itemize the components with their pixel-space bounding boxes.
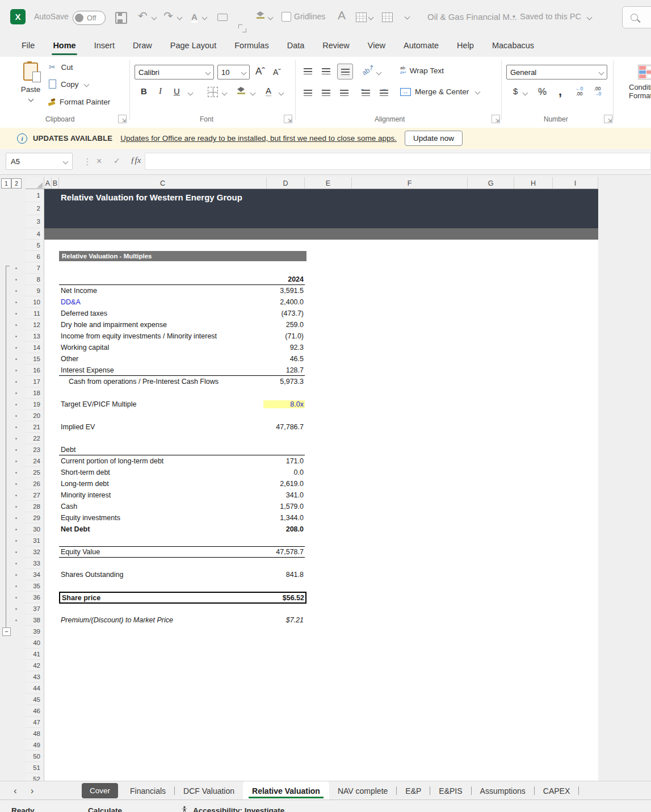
percent-button[interactable]: % [538,86,547,98]
ribbon-tab-draw[interactable]: Draw [124,35,161,56]
sheet-tab-assumptions[interactable]: Assumptions [472,781,534,800]
fill-color-dropdown-icon[interactable] [268,15,274,20]
row-header-16[interactable]: 16 [26,365,40,376]
row-header-14[interactable]: 14 [26,342,40,353]
ribbon-tab-formulas[interactable]: Formulas [225,35,278,56]
save-icon[interactable] [115,12,127,24]
shape-icon[interactable] [217,14,228,21]
row-header-13[interactable]: 13 [26,330,40,342]
row-header-47[interactable]: 47 [26,717,40,728]
column-header-F[interactable]: F [352,177,468,189]
ribbon-tab-file[interactable]: File [12,35,44,56]
row-header-46[interactable]: 46 [26,705,40,717]
ribbon-font-color-icon[interactable]: A [266,86,271,97]
fill-color-icon[interactable] [257,11,264,19]
increase-decimal-icon[interactable]: ←0.00 [576,86,583,97]
tab-scroll-left-icon[interactable]: ‹ [14,785,17,797]
gridlines-checkbox[interactable] [282,12,291,22]
column-header-A[interactable]: A [44,177,52,189]
underline-dropdown-icon[interactable] [188,90,194,96]
sheet-tab-relative-valuation[interactable]: Relative Valuation [243,781,329,800]
column-header-E[interactable]: E [305,177,352,189]
selection-icon[interactable] [238,24,246,32]
sheet-row-16[interactable]: Interest Expense128.7 [59,365,305,376]
row-header-22[interactable]: 22 [26,433,40,444]
row-header-24[interactable]: 24 [26,455,40,467]
format-painter-button[interactable]: Format Painter [48,98,110,106]
sheet-tab-financials[interactable]: Financials [121,781,174,800]
conditional-formatting-button[interactable]: Conditional Formatting [629,65,651,100]
merge-center-button[interactable]: ↔ Merge & Center [400,87,480,96]
paste-button[interactable]: Paste [17,62,44,102]
sheet-row-30[interactable]: Net Debt208.0 [59,524,305,535]
row-header-17[interactable]: 17 [26,376,40,387]
sheet-row-10[interactable]: DD&A2,400.0 [59,296,305,308]
outline-level-2-button[interactable]: 2 [11,178,22,189]
row-header-6[interactable]: 6 [26,251,40,262]
borders-dropdown-icon[interactable] [222,90,228,96]
sheet-row-11[interactable]: Deferred taxes(473.7) [59,308,305,319]
row-header-4[interactable]: 4 [26,228,40,240]
ribbon-tab-macabacus[interactable]: Macabacus [483,35,543,56]
orientation-dropdown-icon[interactable] [376,70,382,76]
copy-button[interactable]: Copy [49,79,89,89]
row-header-38[interactable]: 38 [26,614,40,626]
row-header-9[interactable]: 9 [26,285,40,296]
alignment-dialog-launcher[interactable]: ⇲ [492,115,500,123]
cell-styles-icon[interactable] [356,12,367,22]
decrease-decimal-icon[interactable]: .00→0 [594,86,601,97]
font-style-icon[interactable]: A [338,9,346,22]
row-header-42[interactable]: 42 [26,660,40,671]
column-header-G[interactable]: G [468,177,514,189]
fill-dropdown-icon[interactable] [250,90,256,96]
row-header-8[interactable]: 8 [26,274,40,285]
sheet-row-14[interactable]: Working capital92.3 [59,342,305,353]
undo-icon[interactable]: ↶ [138,10,148,22]
tab-scroll-right-icon[interactable]: › [31,785,34,797]
row-header-25[interactable]: 25 [26,467,40,478]
column-header-D[interactable]: D [267,177,305,189]
sheet-row-19[interactable]: Target EV/PICF Multiple8.0x [59,399,305,410]
row-header-34[interactable]: 34 [26,569,40,580]
align-bottom-icon[interactable] [337,64,353,79]
search-box[interactable] [622,6,651,28]
outline-level-1-button[interactable]: 1 [1,178,11,189]
formula-input[interactable] [145,153,651,170]
row-header-3[interactable]: 3 [26,215,40,228]
select-all-corner[interactable] [26,177,44,189]
row-header-43[interactable]: 43 [26,671,40,683]
sheet-row-38[interactable]: Premium/(Discount) to Market Price$7.21 [59,614,305,626]
ribbon-tab-view[interactable]: View [359,35,394,56]
enter-icon[interactable]: ✓ [114,156,120,165]
sheet-tab-e-pis[interactable]: E&PIS [430,781,471,800]
row-header-21[interactable]: 21 [26,421,40,433]
sheet-row-24[interactable]: Current portion of long-term debt171.0 [59,455,305,467]
row-header-7[interactable]: 7 [26,262,40,274]
cut-button[interactable]: ✂ Cut [49,62,73,72]
cell-styles-dropdown-icon[interactable] [368,15,374,20]
sheet-row-29[interactable]: Equity investments1,344.0 [59,512,305,524]
row-header-26[interactable]: 26 [26,478,40,489]
sheet-row-28[interactable]: Cash1,579.0 [59,501,305,512]
updates-message-link[interactable]: Updates for Office are ready to be insta… [120,134,397,143]
row-header-29[interactable]: 29 [26,512,40,524]
number-dialog-launcher[interactable]: ⇲ [604,115,612,123]
row-header-18[interactable]: 18 [26,387,40,399]
italic-button[interactable]: I [159,86,162,96]
align-right-icon[interactable] [340,90,348,96]
sheet-row-34[interactable]: Shares Outstanding841.8 [59,569,305,580]
ribbon-font-color-dropdown-icon[interactable] [279,90,284,96]
sheet-row-21[interactable]: Implied EV47,786.7 [59,421,305,433]
row-header-45[interactable]: 45 [26,694,40,705]
saved-status-dropdown-icon[interactable] [587,15,593,20]
currency-button[interactable]: $ [513,86,518,96]
row-header-27[interactable]: 27 [26,489,40,501]
sheet-tab-dcf-valuation[interactable]: DCF Valuation [175,781,243,800]
orientation-icon[interactable]: ab↗ [360,63,376,77]
sheet-row-15[interactable]: Other46.5 [59,353,305,365]
increase-font-icon[interactable]: Aˆ [255,66,265,77]
row-header-10[interactable]: 10 [26,296,40,308]
sheet-row-32[interactable]: Equity Value47,578.7 [59,546,305,558]
sheet-tab-cover[interactable]: Cover [82,783,118,798]
sheet-row-17[interactable]: Cash from operations / Pre-Interest Cash… [59,376,305,387]
